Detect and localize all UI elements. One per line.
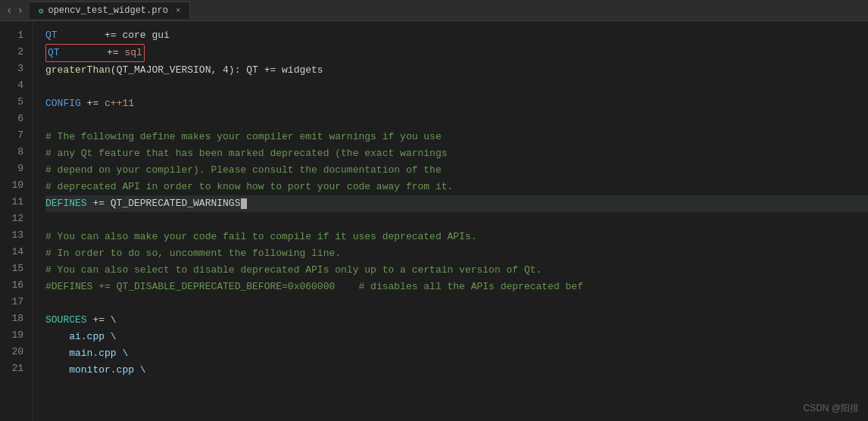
watermark: CSDN @阳排: [803, 402, 859, 415]
code-line: greaterThan(QT_MAJOR_VERSION, 4): QT += …: [45, 62, 868, 79]
tab-label: opencv_test_widget.pro: [48, 5, 167, 16]
code-line: # The following define makes your compil…: [45, 129, 868, 145]
code-line: [45, 79, 868, 95]
line-number: 16: [6, 277, 23, 294]
line-numbers: 123456789101112131415161718192021: [0, 21, 33, 421]
line-number: 2: [6, 44, 23, 61]
code-line: # You can also select to disable depreca…: [45, 262, 868, 279]
code-line: [45, 212, 868, 229]
nav-forward[interactable]: ›: [17, 5, 23, 17]
file-tab[interactable]: ⚙ opencv_test_widget.pro ×: [30, 2, 191, 19]
line-number: 20: [6, 344, 23, 360]
line-number: 19: [6, 327, 23, 344]
line-number: 9: [6, 161, 23, 177]
code-line: monitor.cpp \: [45, 362, 868, 379]
code-line: [45, 112, 868, 129]
code-line: DEFINES += QT_DEPRECATED_WARNINGS: [45, 195, 868, 212]
line-number: 14: [6, 244, 23, 260]
line-number: 21: [6, 360, 23, 377]
line-number: 13: [6, 227, 23, 244]
line-number: 8: [6, 144, 23, 161]
code-line: CONFIG += c++11: [45, 95, 868, 112]
line-number: 15: [6, 260, 23, 277]
nav-back[interactable]: ‹: [6, 5, 12, 17]
tab-close-button[interactable]: ×: [176, 6, 181, 15]
code-line: # deprecated API in order to know how to…: [45, 179, 868, 195]
code-line: QT += core gui: [45, 27, 868, 44]
file-icon: ⚙: [39, 6, 44, 16]
code-line: # depend on your compiler). Please consu…: [45, 162, 868, 179]
line-number: 12: [6, 210, 23, 227]
line-number: 4: [6, 77, 23, 94]
window-controls: ‹ ›: [6, 5, 23, 17]
code-line: SOURCES += \: [45, 312, 868, 329]
line-number: 6: [6, 111, 23, 127]
line-number: 5: [6, 94, 23, 111]
line-number: 3: [6, 61, 23, 77]
code-line: # any Qt feature that has been marked de…: [45, 145, 868, 162]
line-number: 7: [6, 127, 23, 144]
line-number: 11: [6, 194, 23, 210]
code-line: # You can also make your code fail to co…: [45, 229, 868, 245]
code-line: QT += sql: [45, 44, 868, 62]
code-line: ai.cpp \: [45, 329, 868, 345]
title-bar: ‹ › ⚙ opencv_test_widget.pro ×: [0, 0, 868, 21]
editor-area: 123456789101112131415161718192021 QT += …: [0, 21, 868, 421]
line-number: 1: [6, 27, 23, 44]
code-line: #DEFINES += QT_DISABLE_DEPRECATED_BEFORE…: [45, 279, 868, 295]
code-line: main.cpp \: [45, 345, 868, 362]
code-line: [45, 295, 868, 312]
line-number: 18: [6, 310, 23, 327]
line-number: 17: [6, 294, 23, 310]
tab-bar: ⚙ opencv_test_widget.pro ×: [30, 2, 191, 19]
line-number: 10: [6, 177, 23, 194]
code-area[interactable]: QT += core guiQT += sqlgreaterThan(QT_MA…: [33, 21, 868, 421]
code-line: # In order to do so, uncomment the follo…: [45, 245, 868, 262]
